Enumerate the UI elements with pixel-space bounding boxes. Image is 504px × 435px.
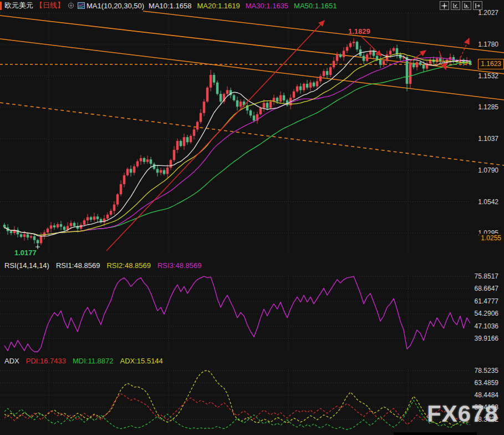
price-axis-label: 1.1285 bbox=[478, 103, 498, 112]
price-axis-label: 1.1532 bbox=[478, 72, 498, 80]
price-axis-label: 1.0790 bbox=[478, 166, 498, 175]
indicator-value: RSI2:48.8569 bbox=[106, 261, 151, 270]
symbol-title: 欧元美元 bbox=[4, 1, 33, 11]
add-indicator-icon[interactable] bbox=[68, 2, 74, 9]
rsi-axis-label: 39.9166 bbox=[475, 334, 498, 343]
adx-axis-label: 78.5235 bbox=[475, 366, 498, 375]
chart-toolbar bbox=[438, 1, 482, 10]
price-axis-label: 1.1780 bbox=[478, 40, 498, 49]
chart-header: 欧元美元 【日线】 MA1(10,20,30,50) MA10:1.1658MA… bbox=[0, 0, 504, 11]
moving-average-layer bbox=[4, 51, 470, 236]
step-right-icon[interactable] bbox=[473, 1, 482, 10]
ma-legend-icon bbox=[78, 2, 85, 9]
timeframe-label[interactable]: 【日线】 bbox=[35, 1, 64, 11]
axis-zoom-out-icon[interactable] bbox=[451, 1, 460, 10]
rsi-value-list: RSI1:48.8569RSI2:48.8569RSI3:48.8569 bbox=[56, 261, 208, 270]
pan-icon[interactable] bbox=[440, 1, 449, 10]
indicator-value: MDI:11.8872 bbox=[73, 357, 113, 365]
indicator-value: MA20:1.1619 bbox=[197, 2, 240, 10]
rsi-panel-header: RSI(14,14,14)RSI1:48.8569RSI2:48.8569RSI… bbox=[4, 261, 215, 270]
grid-layer bbox=[0, 13, 470, 433]
indicator-value: MA50:1.1651 bbox=[294, 2, 337, 10]
candlestick-layer bbox=[3, 38, 472, 248]
adx-axis-label: 48.4484 bbox=[475, 391, 498, 399]
chart-canvas[interactable] bbox=[0, 0, 504, 435]
bottom-bar bbox=[394, 432, 477, 435]
indicator-value: PDI:16.7433 bbox=[26, 357, 66, 365]
adx-panel-header: ADXPDI:16.7433MDI:11.8872ADX:15.5144 bbox=[4, 357, 176, 365]
low-price-axis-label: 1.0255 bbox=[479, 234, 503, 242]
trend-arrow-layer bbox=[106, 21, 469, 251]
rsi-title: RSI(14,14,14) bbox=[4, 261, 49, 270]
indicator-value: RSI1:48.8569 bbox=[56, 261, 100, 270]
chart-app: 欧元美元 【日线】 MA1(10,20,30,50) MA10:1.1658MA… bbox=[0, 0, 504, 435]
adx-axis-label: 63.4859 bbox=[475, 378, 498, 387]
rsi-axis-label: 68.6647 bbox=[475, 284, 498, 293]
indicator-value: RSI3:48.8569 bbox=[157, 261, 202, 270]
ma-group-label[interactable]: MA1(10,20,30,50) bbox=[86, 2, 144, 10]
rsi-axis-label: 61.4777 bbox=[475, 297, 498, 306]
indicator-value: MA10:1.1658 bbox=[149, 2, 191, 10]
high-price-annotation: 1.1829 bbox=[348, 27, 370, 36]
axis-zoom-in-icon[interactable] bbox=[462, 1, 471, 10]
price-axis-label: 1.1037 bbox=[478, 134, 498, 143]
indicator-value: MA30:1.1635 bbox=[246, 2, 288, 10]
rsi-axis-label: 75.8517 bbox=[475, 272, 498, 281]
watermark: FX678 bbox=[427, 401, 498, 427]
low-price-annotation: 1.0177 bbox=[14, 249, 37, 257]
trend-channel-layer bbox=[0, 11, 504, 165]
indicator-value: ADX:15.5144 bbox=[120, 357, 162, 365]
price-axis-label: 1.0542 bbox=[478, 198, 498, 206]
rsi-axis-label: 54.2906 bbox=[475, 309, 498, 318]
rsi-axis-label: 47.1036 bbox=[475, 322, 498, 331]
adx-title: ADX bbox=[4, 357, 19, 365]
rsi-line-layer bbox=[4, 276, 470, 352]
header-accent-bar bbox=[0, 2, 2, 10]
current-price-label: 1.1623 bbox=[478, 59, 504, 69]
adx-lines-layer bbox=[4, 370, 470, 429]
ma-value-list: MA10:1.1658MA20:1.1619MA30:1.1635MA50:1.… bbox=[149, 2, 342, 10]
adx-value-list: PDI:16.7433MDI:11.8872ADX:15.5144 bbox=[26, 357, 170, 365]
